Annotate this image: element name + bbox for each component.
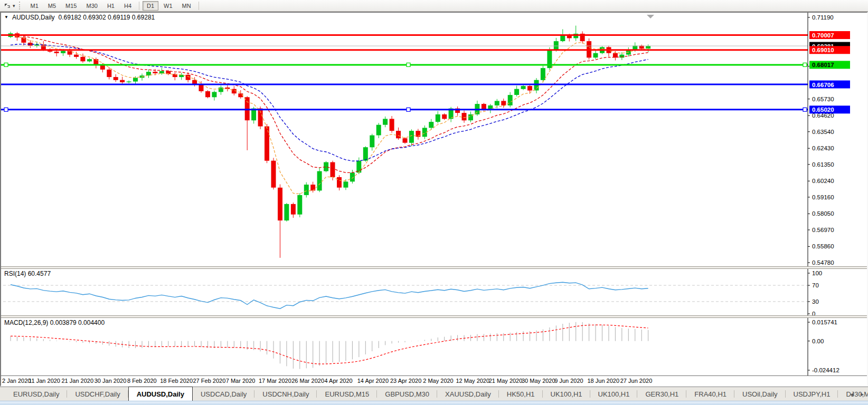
price-axis-label: 0.60240 — [812, 178, 834, 184]
toolbar-grip[interactable] — [19, 2, 22, 9]
ma-slow-line — [11, 44, 648, 161]
macd-chart-svg[interactable]: 0.0157410.00-0.024412 — [1, 318, 867, 375]
price-axis-label: 0.55860 — [812, 243, 834, 249]
chart-tab-eurusd-daily[interactable]: EURUSD,Daily — [5, 387, 67, 401]
candles-layer — [8, 26, 651, 258]
toolbar-separator — [139, 2, 139, 10]
price-axis-label: 0.61350 — [812, 161, 834, 168]
chart-tab-uk100-h1[interactable]: UK100,H1 — [590, 387, 638, 401]
date-axis-label: 2 Jan 2020 — [2, 378, 31, 384]
chart-tab-usdcad-daily[interactable]: USDCAD,Daily — [193, 387, 254, 401]
date-axis-label: 26 Mar 2020 — [291, 378, 324, 384]
tab-scroll-left-icon[interactable]: ◄ — [849, 391, 854, 397]
symbol-marker-icon[interactable]: ▼ — [4, 14, 8, 21]
timeframe-button-d1[interactable]: D1 — [143, 1, 158, 11]
chart-tab-usdjpy-h1[interactable]: USDJPY,H1 — [786, 387, 838, 401]
chart-tab-xauusd-daily[interactable]: XAUUSD,Daily — [437, 387, 499, 401]
toolbar-separator — [199, 2, 199, 10]
date-axis-label: 27 Feb 2020 — [193, 378, 226, 384]
chart-tab-gbpusd-m30[interactable]: GBPUSD,M30 — [377, 387, 437, 401]
chart-tab-hk50-h1[interactable]: HK50,H1 — [499, 387, 543, 401]
chart-title: ▼ AUDUSD,Daily 0.69182 0.69302 0.69119 0… — [4, 14, 155, 21]
chart-tab-bar: EURUSD,DailyUSDCHF,DailyAUDUSD,DailyUSDC… — [0, 387, 868, 401]
chart-window: 0.711900.679200.657300.646200.635400.624… — [0, 12, 868, 387]
date-axis-label: 12 May 2020 — [456, 378, 490, 384]
timeframe-button-h1[interactable]: H1 — [103, 1, 119, 11]
date-axis-label: 21 Jan 2020 — [62, 378, 94, 384]
rsi-pane[interactable]: 10070300 RSI(14) 60.4577 — [1, 269, 867, 315]
chart-arrange-icon[interactable] — [2, 1, 13, 11]
price-axis-label: 0.59160 — [812, 194, 834, 200]
status-bar — [0, 401, 868, 405]
price-chart-svg[interactable]: 0.711900.679200.657300.646200.635400.624… — [1, 13, 867, 266]
timeframe-button-mn[interactable]: MN — [178, 1, 195, 11]
date-axis-label: 8 Feb 2020 — [127, 378, 157, 384]
timeframe-buttons: M1M5M15M30H1H4D1W1MN — [26, 1, 202, 11]
hline-handle — [4, 63, 8, 66]
price-axis-label: 0.54780 — [812, 259, 834, 266]
rsi-axis-label: 0 — [812, 311, 815, 315]
price-axis-label: 0.58050 — [812, 210, 834, 217]
chart-tab-uk100-h1[interactable]: UK100,H1 — [543, 387, 590, 401]
date-axis-label: 2 May 2020 — [423, 378, 453, 384]
date-axis-label: 23 Apr 2020 — [390, 378, 421, 384]
hline-handle — [4, 108, 8, 111]
rsi-chart-svg[interactable]: 10070300 — [1, 269, 867, 315]
date-axis-label: 30 May 2020 — [522, 378, 555, 384]
timeframe-button-m1[interactable]: M1 — [26, 1, 43, 11]
macd-signal-line — [11, 325, 648, 364]
rsi-label: RSI(14) 60.4577 — [4, 270, 51, 277]
hline-handle — [803, 63, 807, 66]
date-axis-label: 21 May 2020 — [489, 378, 523, 384]
price-axis-label: 0.56970 — [812, 227, 834, 233]
chart-tab-eurusd-m15[interactable]: EURUSD,M15 — [317, 387, 377, 401]
chart-tab-usdcnh-daily[interactable]: USDCNH,Daily — [254, 387, 317, 401]
price-axis-label: 0.71190 — [812, 14, 834, 21]
tab-scroll-arrows: ◄► — [849, 387, 865, 401]
chart-shift-marker-icon — [647, 15, 654, 18]
price-axis-label: 0.65730 — [812, 96, 834, 102]
price-tag-value: 0.65020 — [812, 107, 834, 113]
tab-scroll-right-icon[interactable]: ► — [860, 391, 865, 397]
price-tag-value: 0.68017 — [812, 62, 834, 68]
macd-axis-label: 0.00 — [812, 338, 824, 344]
date-axis-label: 4 Apr 2020 — [325, 378, 353, 384]
rsi-axis-label: 70 — [812, 282, 819, 288]
macd-axis-label: -0.024412 — [812, 367, 839, 373]
rsi-axis-label: 30 — [812, 298, 819, 305]
hline-handle — [407, 108, 410, 111]
date-axis-label: 11 Jan 2020 — [29, 378, 60, 384]
chart-symbol-label: AUDUSD,Daily — [12, 14, 55, 21]
price-axis-label: 0.62430 — [812, 145, 834, 151]
date-axis-label: 30 Jan 2020 — [95, 378, 127, 384]
chart-tab-audusd-daily[interactable]: AUDUSD,Daily — [128, 387, 193, 401]
date-axis-label: 9 Jun 2020 — [554, 378, 583, 384]
price-tag-value: 0.66706 — [812, 82, 834, 88]
timeframe-button-h4[interactable]: H4 — [120, 1, 136, 11]
hline-handle — [803, 108, 807, 111]
macd-label: MACD(12,26,9) 0.003879 0.004400 — [4, 319, 105, 326]
chart-tools-caret[interactable]: ▾ — [13, 3, 15, 8]
date-axis-label: 18 Feb 2020 — [160, 378, 193, 384]
chart-tab-usoil-daily[interactable]: USOil,Daily — [734, 387, 785, 401]
date-axis-label: 14 Apr 2020 — [357, 378, 389, 384]
timeframe-button-w1[interactable]: W1 — [159, 1, 177, 11]
hline-handle — [407, 63, 410, 66]
rsi-axis-label: 100 — [812, 270, 822, 276]
timeframe-button-m30[interactable]: M30 — [82, 1, 102, 11]
price-pane[interactable]: 0.711900.679200.657300.646200.635400.624… — [1, 13, 867, 266]
rsi-line — [11, 282, 648, 308]
date-axis-label: 7 Mar 2020 — [226, 378, 256, 384]
timeframe-button-m5[interactable]: M5 — [44, 1, 60, 11]
chart-tab-fra40-h1[interactable]: FRA40,H1 — [686, 387, 734, 401]
date-axis-label: 17 Mar 2020 — [259, 378, 291, 384]
toolbar: ▾ M1M5M15M30H1H4D1W1MN — [0, 0, 868, 12]
date-axis-label: 18 Jun 2020 — [588, 378, 620, 384]
macd-pane[interactable]: 0.0157410.00-0.024412 MACD(12,26,9) 0.00… — [1, 318, 867, 375]
chart-tab-ger30-h1[interactable]: GER30,H1 — [637, 387, 686, 401]
date-axis[interactable]: 2 Jan 202011 Jan 202021 Jan 202030 Jan 2… — [1, 375, 867, 386]
chart-ohlc-values: 0.69182 0.69302 0.69119 0.69281 — [59, 14, 155, 21]
timeframe-button-m15[interactable]: M15 — [61, 1, 81, 11]
chart-tab-usdchf-daily[interactable]: USDCHF,Daily — [67, 387, 128, 401]
macd-axis-label: 0.015741 — [812, 319, 837, 325]
